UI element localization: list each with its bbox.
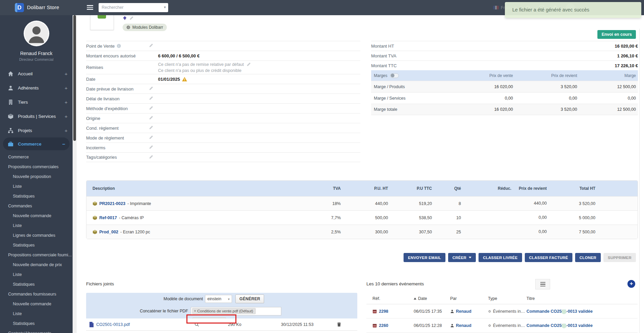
submenu-item-nouvelle-proposition[interactable]: Nouvelle proposition: [0, 172, 73, 182]
submenu-item-nouvelle-commande-fournisseur[interactable]: Nouvelle commande: [0, 299, 73, 309]
submenu-item-statistiques-fournisseurs[interactable]: Statistiques: [0, 319, 73, 329]
event-ref-link[interactable]: 2260: [379, 323, 388, 328]
field-label: Mode de règlement: [86, 135, 149, 140]
edit-pencil-icon[interactable]: [149, 43, 153, 48]
amount-value: 17 226,10 €: [615, 63, 638, 68]
avatar[interactable]: [24, 21, 49, 46]
submenu-item-liste-commandes[interactable]: Liste: [0, 221, 73, 231]
sidebar-item-adherents[interactable]: Adhérents +: [0, 81, 73, 95]
event-title-link[interactable]: Commande CO2501-0013 validée: [526, 323, 593, 328]
event-ref-link[interactable]: 2298: [379, 309, 388, 314]
submenu-item-statistiques-demandes[interactable]: Statistiques: [0, 280, 73, 289]
submenu-item-liste-propositions[interactable]: Liste: [0, 182, 73, 191]
chevron-down-icon[interactable]: ▾: [164, 5, 166, 9]
generer-button[interactable]: GÉNÉRER: [235, 294, 264, 303]
dolibarr-logo[interactable]: D: [15, 3, 24, 12]
list-view-button[interactable]: [535, 279, 550, 289]
column-par[interactable]: Par: [450, 296, 488, 301]
sidebar-item-projets[interactable]: Projets +: [0, 123, 73, 137]
sidebar: Renaud Franck Directeur Commercial Accue…: [0, 15, 73, 333]
user-icon: [450, 324, 454, 328]
field-label: Montant encours autorisé: [86, 53, 149, 58]
files-panel: Modèle de document einstein ▾ GÉNÉRER Co…: [86, 293, 357, 333]
pdf-file-icon: [89, 322, 94, 327]
search-input[interactable]: [102, 3, 161, 11]
edit-pencil-icon[interactable]: [149, 116, 153, 120]
column-date[interactable]: Date: [414, 296, 450, 301]
classer-livree-button[interactable]: CLASSER LIVRÉE: [479, 253, 522, 262]
submenu-group-propositions-fournisseur[interactable]: Propositions commerciale fourni...: [0, 250, 73, 260]
submenu-group-propositions[interactable]: Propositions commerciales: [0, 162, 73, 172]
submenu-item-nouvelle-commande[interactable]: Nouvelle commande: [0, 211, 73, 221]
sidebar-item-label: Tiers: [18, 100, 65, 105]
add-event-button[interactable]: +: [627, 280, 635, 288]
logo-letter: D: [17, 4, 21, 11]
expand-icon[interactable]: +: [65, 85, 68, 91]
submenu-item-nouvelle-demande-de-prix[interactable]: Nouvelle demande de prix: [0, 260, 73, 270]
line-pu-ht: 300,00: [345, 230, 393, 234]
submenu-item-liste-commandes-fournisseurs[interactable]: Liste: [0, 309, 73, 319]
edit-pencil-icon[interactable]: [149, 106, 153, 110]
submenu-group-contrats-abonnements[interactable]: Contrats/Abonnements: [0, 329, 73, 333]
product-ref-link[interactable]: Prod_002: [99, 230, 118, 234]
edit-pencil-icon[interactable]: [149, 155, 153, 159]
edit-pencil-icon[interactable]: [129, 16, 134, 20]
event-title-link[interactable]: Commande CO2501-0013 validée: [526, 309, 593, 314]
column-description: Description: [86, 186, 315, 191]
creer-button[interactable]: CRÉER: [448, 253, 476, 262]
classer-facture-button[interactable]: CLASSER FACTURÉ: [525, 253, 572, 262]
cloner-button[interactable]: CLONER: [575, 253, 601, 262]
edit-pencil-icon[interactable]: [149, 135, 153, 139]
main-content: Modules Dolibarr Envoi en cours Point de…: [77, 15, 644, 333]
search-box[interactable]: ▾: [99, 3, 168, 12]
product-ref-link[interactable]: Ref-0017: [99, 215, 117, 220]
product-icon: [93, 201, 97, 206]
trash-icon[interactable]: [337, 322, 341, 327]
marge-prix-revient: 3 520,00: [513, 107, 577, 112]
expand-icon[interactable]: +: [65, 128, 68, 133]
event-user-link[interactable]: Renaud: [456, 309, 471, 314]
document-model-select[interactable]: einstein ▾: [205, 295, 232, 303]
sidebar-item-tiers[interactable]: Tiers +: [0, 95, 73, 109]
marge-prix-vente: 16 020,00: [432, 107, 513, 112]
envoyer-email-button[interactable]: ENVOYER EMAIL: [404, 253, 445, 262]
expand-icon[interactable]: +: [65, 71, 68, 77]
supprimer-button[interactable]: SUPPRIMER: [603, 253, 636, 262]
sidebar-item-commerce[interactable]: Commerce −: [3, 137, 70, 150]
submenu-item-commerce[interactable]: Commerce: [0, 152, 73, 162]
product-ref-link[interactable]: PR2021-0023: [99, 201, 125, 206]
calendar-icon: [372, 309, 377, 314]
edit-pencil-icon[interactable]: [149, 96, 153, 100]
sidebar-item-accueil[interactable]: Accueil +: [0, 67, 73, 81]
line-row: PR2021-0023 - Imprimante 18% 440,00 519,…: [86, 196, 638, 210]
event-user-link[interactable]: Renaud: [456, 323, 471, 328]
expand-icon[interactable]: +: [65, 113, 68, 119]
submenu-item-liste-demandes[interactable]: Liste: [0, 270, 73, 280]
amount-label: Montant TVA: [371, 53, 617, 58]
expand-icon[interactable]: +: [65, 99, 68, 105]
flag-icon: [493, 6, 499, 9]
submenu-item-statistiques-commandes[interactable]: Statistiques: [0, 240, 73, 250]
column-type[interactable]: Type: [488, 296, 526, 301]
submenu-item-statistiques-propositions[interactable]: Statistiques: [0, 191, 73, 201]
field-row-origine: Origine: [86, 113, 360, 123]
file-link[interactable]: CO2501-0013.pdf: [96, 322, 130, 327]
edit-pencil-icon[interactable]: [247, 62, 251, 67]
thumbnail-image: [98, 15, 106, 19]
column-titre[interactable]: Titre: [526, 296, 638, 301]
edit-pencil-icon[interactable]: [149, 125, 153, 130]
submenu-item-lignes-de-commandes[interactable]: Lignes de commandes: [0, 231, 73, 240]
marges-toggle[interactable]: [390, 73, 399, 78]
submenu-group-commandes-fournisseurs[interactable]: Commandes fournisseurs: [0, 289, 73, 299]
submenu-group-commandes[interactable]: Commandes: [0, 201, 73, 211]
edit-pencil-icon[interactable]: [149, 86, 153, 91]
edit-pencil-icon[interactable]: [149, 145, 153, 149]
menu-toggle-icon[interactable]: [87, 5, 93, 11]
line-prix-revient: 0,00: [516, 215, 548, 221]
sidebar-item-produits-services[interactable]: Produits | Services +: [0, 109, 73, 123]
categories-badge[interactable]: Modules Dolibarr: [123, 24, 167, 31]
collapse-icon[interactable]: −: [62, 141, 65, 147]
column-ref[interactable]: Réf.: [372, 296, 414, 301]
remove-tag-icon[interactable]: ×: [194, 309, 196, 313]
sidebar-scrollbar-thumb[interactable]: [73, 15, 76, 141]
